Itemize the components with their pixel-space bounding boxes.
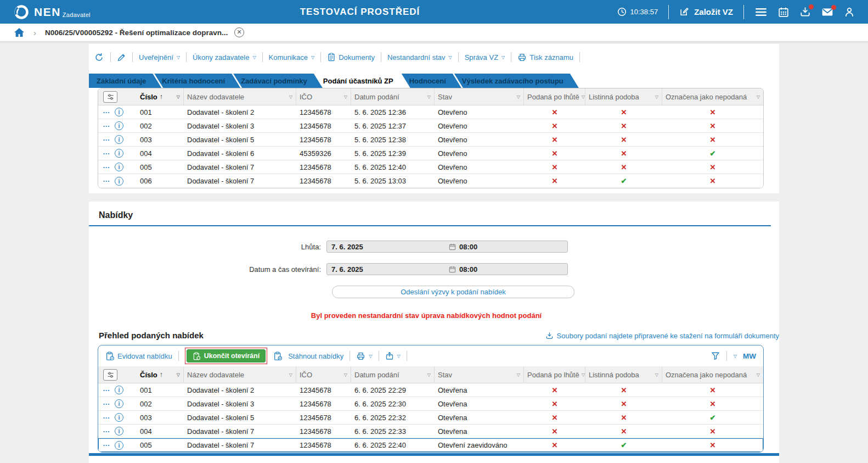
filter-caret-icon[interactable]: ▽: [517, 372, 520, 377]
filter-caret-icon[interactable]: ▽: [655, 372, 658, 377]
column-header-po-lhute[interactable]: Podaná po lhůtě▽: [524, 366, 585, 383]
dropdown-caret-icon[interactable]: ▽: [311, 55, 314, 60]
register-offer-button[interactable]: Evidovat nabídku: [105, 352, 172, 361]
info-icon[interactable]: i: [115, 441, 123, 450]
toolbar-item-dokumenty[interactable]: Dokumenty: [327, 53, 375, 62]
table-row[interactable]: •••i003Dodavatel - školení 5123456786. 6…: [98, 411, 763, 425]
column-settings-icon[interactable]: [103, 91, 117, 103]
filter-caret-icon[interactable]: ▽: [427, 94, 431, 99]
deadline-field[interactable]: 7. 6. 2025 08:00: [326, 241, 568, 253]
menu-hamburger-icon[interactable]: [754, 7, 768, 17]
tab-v-sledek-zad-vac-ho-postupu[interactable]: Výsledek zadávacího postupu: [454, 74, 579, 88]
column-header-stav[interactable]: Stav▽: [435, 88, 524, 105]
home-icon[interactable]: [14, 27, 25, 37]
table-row[interactable]: •••i005Dodavatel - školení 7123456786. 6…: [98, 438, 763, 452]
column-settings-icon[interactable]: [103, 369, 117, 381]
filter-caret-icon[interactable]: ▽: [517, 94, 520, 99]
row-menu-icon[interactable]: •••: [103, 137, 110, 142]
column-header-listinna[interactable]: Listinná podoba▽: [585, 366, 662, 383]
filter-caret-icon[interactable]: ▽: [177, 94, 180, 99]
dropdown-caret-icon[interactable]: ▽: [449, 55, 452, 60]
info-icon[interactable]: i: [115, 399, 123, 408]
table-row[interactable]: •••i004Dodavatel - školení 6453593265. 6…: [98, 147, 763, 160]
end-opening-button[interactable]: Ukončit otevírání: [187, 349, 266, 362]
column-header-listinna[interactable]: Listinná podoba▽: [585, 88, 662, 105]
export-offers-button[interactable]: ▽: [385, 352, 401, 360]
table-row[interactable]: •••i004Dodavatel - školení 7123456786. 6…: [98, 425, 763, 438]
column-header-cislo[interactable]: Číslo↑▽: [137, 88, 184, 105]
row-menu-icon[interactable]: •••: [103, 110, 110, 115]
downloads-icon[interactable]: [799, 7, 811, 18]
info-icon[interactable]: i: [115, 386, 123, 394]
filter-caret-icon[interactable]: ▽: [757, 94, 760, 99]
info-icon[interactable]: i: [115, 135, 123, 144]
opening-field[interactable]: 7. 6. 2025 08:00: [326, 263, 568, 275]
row-menu-icon[interactable]: •••: [103, 388, 110, 393]
create-vz-button[interactable]: Založit VZ: [679, 7, 733, 17]
tab-hodnocen-[interactable]: Hodnocení: [402, 74, 461, 88]
send-call-button[interactable]: Odeslání výzvy k podání nabídek: [332, 286, 574, 298]
sort-asc-icon[interactable]: ↑: [160, 371, 163, 378]
table-row[interactable]: •••i002Dodavatel - školení 3123456786. 6…: [98, 397, 763, 411]
filter-caret-icon[interactable]: ▽: [655, 94, 658, 99]
dropdown-caret-icon[interactable]: ▽: [397, 354, 401, 359]
row-menu-icon[interactable]: •••: [103, 178, 110, 183]
tab-pod-n-astn-k-zp[interactable]: Podání účastníků ZP: [315, 74, 409, 88]
dropdown-caret-icon[interactable]: ▽: [369, 354, 372, 359]
column-header-dodavatel[interactable]: Název dodavatele▽: [184, 88, 296, 105]
filter-caret-icon[interactable]: ▽: [582, 372, 585, 377]
info-icon[interactable]: i: [115, 163, 123, 171]
column-header-datum[interactable]: Datum podání▽: [351, 88, 435, 105]
files-download-link[interactable]: Soubory podaní najdete připravené ke sta…: [545, 332, 779, 340]
row-menu-icon[interactable]: •••: [103, 429, 110, 434]
column-header-datum[interactable]: Datum podání▽: [351, 366, 435, 383]
table-row[interactable]: •••i001Dodavatel - školení 2123456786. 6…: [98, 383, 763, 397]
record-title[interactable]: N006/25/V00005292 - Řešení optimalizace …: [45, 29, 228, 37]
table-row[interactable]: •••i003Dodavatel - školení 5123456785. 6…: [98, 133, 763, 147]
table-row[interactable]: •••i001Dodavatel - školení 2123456785. 6…: [98, 105, 763, 119]
table-row[interactable]: •••i006Dodavatel - školení 7123456785. 6…: [98, 174, 763, 188]
nen-logo[interactable]: NEN Zadavatel: [13, 4, 91, 20]
messages-icon[interactable]: [821, 7, 833, 17]
toolbar-item-uve-ejn-n-[interactable]: Uveřejnění▽: [139, 53, 180, 62]
filter-funnel-icon[interactable]: [711, 351, 720, 361]
dropdown-caret-icon[interactable]: ▽: [252, 55, 256, 60]
row-menu-icon[interactable]: •••: [103, 165, 110, 170]
row-menu-icon[interactable]: •••: [103, 124, 110, 129]
filter-caret-icon[interactable]: ▽: [757, 372, 760, 377]
filter-caret-icon[interactable]: ▽: [427, 372, 431, 377]
user-initials[interactable]: MW: [743, 352, 756, 360]
column-header-cislo[interactable]: Číslo↑▽: [137, 366, 184, 383]
sort-asc-icon[interactable]: ↑: [160, 93, 163, 101]
column-header-ico[interactable]: IČO▽: [296, 88, 351, 105]
filter-caret-icon[interactable]: ▽: [289, 372, 292, 377]
info-icon[interactable]: i: [115, 149, 123, 158]
toolbar-item-nestandardn-stav[interactable]: Nestandardní stav▽: [387, 53, 452, 62]
opening-time-value[interactable]: 08:00: [459, 265, 477, 274]
tab-z-kladn-daje[interactable]: Základní údaje: [89, 74, 161, 88]
toolbar-item-tisk-z-znamu[interactable]: Tisk záznamu: [517, 53, 573, 62]
info-icon[interactable]: i: [115, 121, 123, 130]
filter-caret-icon[interactable]: ▽: [289, 94, 292, 99]
refresh-icon[interactable]: [94, 52, 104, 63]
column-header-ico[interactable]: IČO▽: [296, 366, 351, 383]
toolbar-item-spr-va-vz[interactable]: Správa VZ▽: [465, 53, 505, 62]
filter-caret-icon[interactable]: ▽: [582, 94, 585, 99]
row-menu-icon[interactable]: •••: [103, 151, 110, 156]
bottom-scroll-bar[interactable]: [89, 453, 779, 456]
row-menu-icon[interactable]: •••: [103, 415, 110, 420]
print-offers-button[interactable]: ▽: [356, 352, 372, 361]
column-header-dodavatel[interactable]: Název dodavatele▽: [184, 366, 296, 383]
column-header-nepodana[interactable]: Označena jako nepodaná▽: [662, 88, 763, 105]
calendar-small-icon[interactable]: [449, 243, 456, 250]
tab-krit-ria-hodnocen-[interactable]: Kritéria hodnocení: [154, 74, 240, 88]
filter-caret-icon[interactable]: ▽: [344, 372, 347, 377]
dropdown-caret-icon[interactable]: ▽: [734, 354, 737, 359]
table-row[interactable]: •••i005Dodavatel - školení 7123456785. 6…: [98, 160, 763, 174]
info-icon[interactable]: i: [115, 108, 123, 116]
edit-record-icon[interactable]: [117, 53, 126, 62]
dropdown-caret-icon[interactable]: ▽: [501, 55, 505, 60]
column-header-stav[interactable]: Stav▽: [435, 366, 524, 383]
calendar-small-icon[interactable]: [449, 266, 456, 273]
opening-date-value[interactable]: 7. 6. 2025: [327, 265, 449, 274]
